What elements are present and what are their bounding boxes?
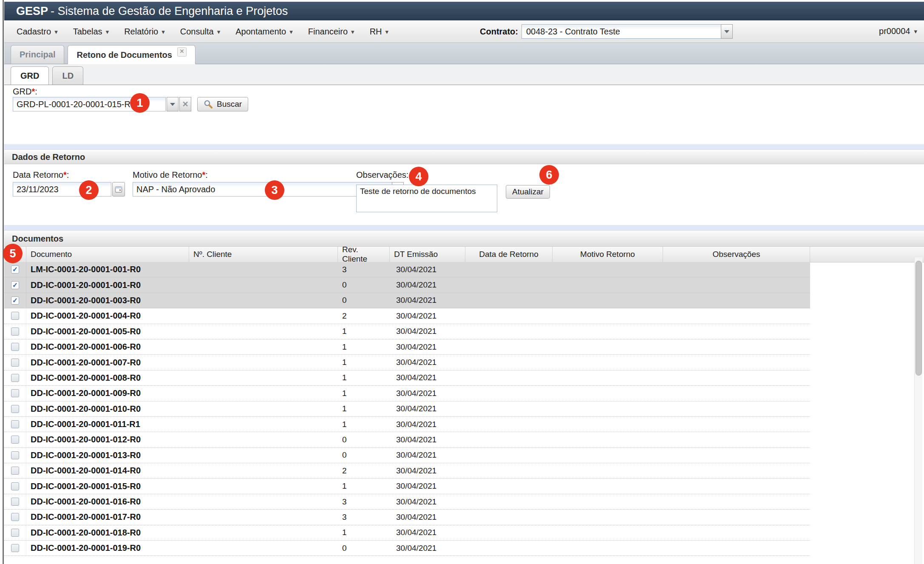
- row-checkbox[interactable]: [11, 451, 19, 459]
- table-cell: [4, 355, 26, 370]
- table-row[interactable]: DD-IC-0001-20-0001-008-R0130/04/2021: [4, 370, 810, 386]
- row-checkbox[interactable]: [11, 312, 19, 320]
- row-checkbox[interactable]: [11, 389, 19, 397]
- tab-principal-label: Principal: [20, 50, 55, 60]
- tab-retorno-de-documentos[interactable]: Retono de Documentos ✕: [68, 45, 195, 64]
- row-checkbox[interactable]: [11, 436, 19, 444]
- row-checkbox[interactable]: [11, 328, 19, 336]
- menu-item-financeiro[interactable]: Financeiro▾: [308, 27, 354, 37]
- row-checkbox[interactable]: [11, 544, 19, 552]
- table-cell: 30/04/2021: [390, 370, 465, 385]
- row-checkbox[interactable]: ✓: [11, 265, 19, 273]
- table-row[interactable]: DD-IC-0001-20-0001-013-R0030/04/2021: [4, 448, 810, 463]
- table-cell: [663, 494, 810, 509]
- tab-grd[interactable]: GRD: [11, 66, 49, 85]
- table-cell: ✓: [4, 277, 26, 292]
- row-checkbox[interactable]: [11, 482, 19, 490]
- contract-dropdown-button[interactable]: [721, 24, 733, 39]
- row-checkbox[interactable]: [11, 343, 19, 351]
- row-checkbox[interactable]: [11, 405, 19, 413]
- app-window: GESP - Sistema de Gestão de Engenharia e…: [0, 0, 924, 564]
- table-cell: 1: [338, 386, 390, 401]
- menu-item-relatório[interactable]: Relatório▾: [124, 27, 165, 37]
- row-checkbox[interactable]: [11, 359, 19, 367]
- table-row[interactable]: DD-IC-0001-20-0001-017-R0330/04/2021: [4, 510, 810, 525]
- menu-item-consulta[interactable]: Consulta▾: [180, 27, 220, 37]
- atualizar-button[interactable]: Atualizar: [506, 185, 550, 199]
- table-row[interactable]: DD-IC-0001-20-0001-015-R0130/04/2021: [4, 479, 810, 494]
- column-header-motivo-retorno[interactable]: Motivo Retorno: [553, 247, 663, 262]
- menu-item-label: Consulta: [180, 27, 214, 37]
- table-row[interactable]: DD-IC-0001-20-0001-010-R0130/04/2021: [4, 402, 810, 417]
- table-row[interactable]: DD-IC-0001-20-0001-009-R0130/04/2021: [4, 386, 810, 401]
- motivo-retorno-label: Motivo de Retorno*:: [133, 170, 208, 180]
- buscar-button[interactable]: Buscar: [197, 97, 248, 111]
- table-row[interactable]: DD-IC-0001-20-0001-005-R0130/04/2021: [4, 324, 810, 339]
- column-header-n-cliente[interactable]: Nº. Cliente: [189, 247, 338, 262]
- column-header-rev-cliente[interactable]: Rev. Cliente: [338, 247, 390, 262]
- table-row[interactable]: DD-IC-0001-20-0001-016-R0330/04/2021: [4, 494, 810, 510]
- table-row[interactable]: DD-IC-0001-20-0001-006-R0130/04/2021: [4, 339, 810, 355]
- table-row[interactable]: DD-IC-0001-20-0001-014-R0230/04/2021: [4, 463, 810, 479]
- observacoes-textarea[interactable]: Teste de retorno de documentos: [356, 185, 497, 212]
- table-cell: [465, 541, 553, 555]
- tab-ld[interactable]: LD: [52, 66, 83, 85]
- motivo-retorno-input[interactable]: [133, 182, 392, 197]
- row-checkbox[interactable]: [11, 420, 19, 428]
- table-cell: DD-IC-0001-20-0001-016-R0: [26, 494, 189, 509]
- menu-item-tabelas[interactable]: Tabelas▾: [73, 27, 109, 37]
- table-cell: DD-IC-0001-20-0001-001-R0: [26, 277, 189, 292]
- menu-item-rh[interactable]: RH▾: [370, 27, 388, 37]
- table-cell: [189, 386, 338, 401]
- table-cell: [4, 494, 26, 509]
- table-row[interactable]: DD-IC-0001-20-0001-011-R1130/04/2021: [4, 417, 810, 432]
- data-retorno-label: Data Retorno*:: [13, 170, 69, 180]
- table-cell: [663, 417, 810, 432]
- column-header-documento[interactable]: Documento: [26, 247, 189, 262]
- user-menu[interactable]: pr00004 ▾: [879, 26, 917, 36]
- row-checkbox[interactable]: [11, 513, 19, 521]
- menu-item-apontamento[interactable]: Apontamento▾: [235, 27, 293, 37]
- table-row[interactable]: DD-IC-0001-20-0001-012-R0030/04/2021: [4, 432, 810, 447]
- row-checkbox[interactable]: [11, 498, 19, 506]
- close-icon[interactable]: ✕: [177, 47, 187, 57]
- column-header-observacoes[interactable]: Observações: [663, 247, 810, 262]
- table-row[interactable]: DD-IC-0001-20-0001-004-R0230/04/2021: [4, 308, 810, 324]
- row-checkbox[interactable]: ✓: [11, 281, 19, 289]
- table-row[interactable]: ✓LM-IC-0001-20-0001-001-R0330/04/2021: [4, 262, 810, 277]
- table-cell: [663, 541, 810, 555]
- table-cell: [4, 525, 26, 540]
- table-cell: 30/04/2021: [390, 386, 465, 401]
- date-picker-button[interactable]: [112, 182, 125, 197]
- table-cell: [465, 339, 553, 354]
- table-row[interactable]: DD-IC-0001-20-0001-007-R0130/04/2021: [4, 355, 810, 370]
- table-cell: 2: [338, 463, 390, 478]
- vertical-scrollbar[interactable]: [914, 257, 922, 564]
- table-row[interactable]: DD-IC-0001-20-0001-018-R0130/04/2021: [4, 525, 810, 541]
- dados-de-retorno-header: Dados de Retorno: [4, 150, 924, 164]
- table-cell: [189, 525, 338, 540]
- table-cell: 1: [338, 324, 390, 339]
- column-header-data-de-retorno[interactable]: Data de Retorno: [465, 247, 553, 262]
- row-checkbox[interactable]: [11, 374, 19, 382]
- grd-clear-button[interactable]: ✕: [179, 97, 191, 111]
- table-cell: DD-IC-0001-20-0001-004-R0: [26, 308, 189, 323]
- menu-item-cadastro[interactable]: Cadastro▾: [17, 27, 58, 37]
- table-row[interactable]: ✓DD-IC-0001-20-0001-001-R0030/04/2021: [4, 277, 810, 293]
- grd-dropdown-button[interactable]: [167, 97, 179, 111]
- table-cell: 1: [338, 339, 390, 354]
- table-cell: [465, 277, 553, 292]
- contract-label: Contrato:: [480, 27, 518, 37]
- scrollbar-thumb[interactable]: [915, 261, 922, 376]
- table-cell: [189, 402, 338, 416]
- contract-combobox[interactable]: [522, 24, 733, 39]
- table-cell: [553, 432, 663, 447]
- row-checkbox[interactable]: [11, 529, 19, 537]
- row-checkbox[interactable]: ✓: [11, 296, 19, 305]
- row-checkbox[interactable]: [11, 467, 19, 475]
- contract-input[interactable]: [522, 24, 721, 39]
- table-row[interactable]: ✓DD-IC-0001-20-0001-003-R0030/04/2021: [4, 293, 810, 308]
- column-header-dt-emissao[interactable]: DT Emissão: [390, 247, 465, 262]
- tab-principal[interactable]: Principal: [11, 45, 64, 64]
- table-row[interactable]: DD-IC-0001-20-0001-019-R0030/04/2021: [4, 541, 810, 556]
